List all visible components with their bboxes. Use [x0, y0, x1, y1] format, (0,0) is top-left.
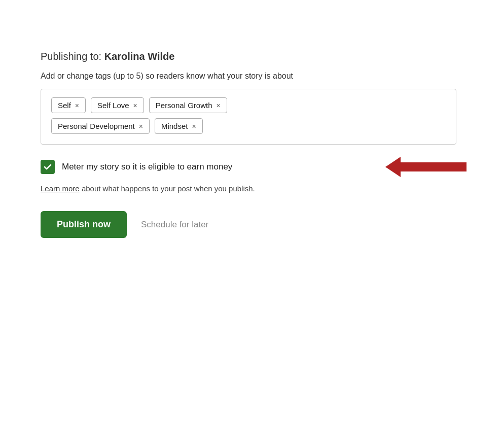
publishing-to-text: Publishing to: Karolina Wilde [41, 51, 456, 62]
tags-instruction: Add or change tags (up to 5) so readers … [41, 72, 456, 81]
checkmark-icon [43, 162, 52, 171]
tag-personal-development-remove[interactable]: × [139, 123, 143, 130]
tag-mindset-remove[interactable]: × [192, 123, 196, 130]
tag-self-love-label: Self Love [97, 101, 129, 110]
tag-personal-development[interactable]: Personal Development × [51, 118, 150, 134]
publish-panel: Publishing to: Karolina Wilde Add or cha… [41, 51, 456, 238]
meter-checkbox[interactable] [41, 160, 55, 174]
author-name: Karolina Wilde [104, 51, 175, 62]
meter-row: Meter my story so it is eligible to earn… [41, 160, 456, 174]
publishing-to-label: Publishing to: [41, 51, 101, 62]
arrow-body [401, 162, 467, 171]
actions-row: Publish now Schedule for later [41, 211, 456, 238]
tag-self-label: Self [58, 101, 71, 110]
tag-personal-growth-remove[interactable]: × [217, 102, 221, 109]
publish-now-button[interactable]: Publish now [41, 211, 127, 238]
tag-personal-development-label: Personal Development [58, 122, 135, 130]
learn-more-link[interactable]: Learn more [41, 184, 80, 193]
tag-self-love-remove[interactable]: × [133, 102, 137, 109]
tag-personal-growth[interactable]: Personal Growth × [149, 97, 227, 113]
arrow-head-icon [385, 157, 401, 177]
learn-more-row: Learn more about what happens to your po… [41, 184, 456, 193]
tags-row-1: Self × Self Love × Personal Growth × [51, 97, 446, 113]
learn-more-text: about what happens to your post when you… [80, 184, 255, 193]
tags-row-2: Personal Development × Mindset × [51, 118, 446, 134]
tag-personal-growth-label: Personal Growth [156, 101, 212, 110]
arrow-indicator [385, 157, 467, 177]
tag-self[interactable]: Self × [51, 97, 86, 113]
schedule-for-later-button[interactable]: Schedule for later [141, 220, 208, 230]
tag-mindset[interactable]: Mindset × [155, 118, 203, 134]
tag-self-remove[interactable]: × [75, 102, 79, 109]
meter-label: Meter my story so it is eligible to earn… [62, 162, 232, 172]
tags-box[interactable]: Self × Self Love × Personal Growth × Per… [41, 89, 456, 145]
tag-mindset-label: Mindset [161, 122, 188, 130]
tag-self-love[interactable]: Self Love × [91, 97, 144, 113]
